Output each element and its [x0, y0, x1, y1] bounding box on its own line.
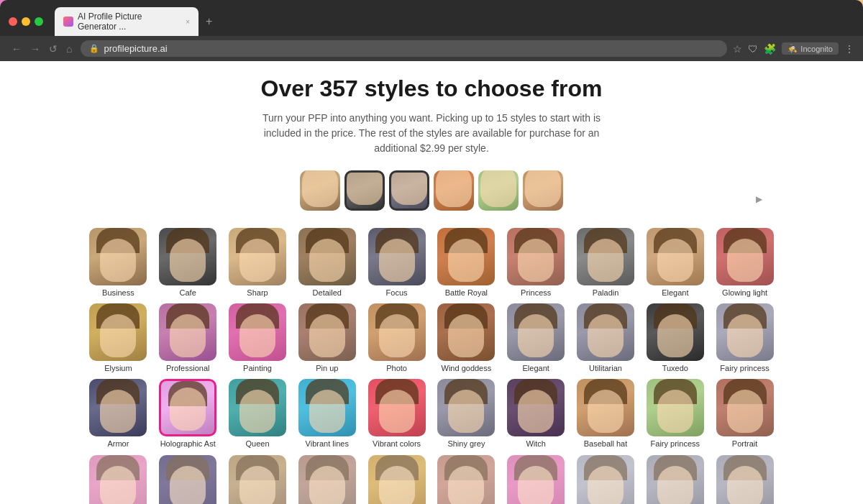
- style-thumbnail: [716, 455, 774, 504]
- style-thumbnail: [298, 228, 356, 285]
- preview-thumb-5[interactable]: [478, 170, 519, 211]
- style-label: Detailed: [313, 288, 342, 298]
- style-item[interactable]: Portrait: [713, 379, 777, 449]
- home-button[interactable]: ⌂: [63, 42, 75, 56]
- style-label: Elegant: [523, 364, 549, 373]
- style-item[interactable]: Vibrant colors: [365, 379, 429, 449]
- style-thumbnail: [159, 228, 216, 285]
- style-item[interactable]: Focus: [365, 228, 429, 298]
- style-thumbnail: [368, 379, 426, 436]
- style-label: Sharp: [247, 288, 268, 298]
- page-content: Over 357 styles to choose from Turn your…: [72, 75, 791, 504]
- browser-content[interactable]: Over 357 styles to choose from Turn your…: [0, 61, 863, 504]
- preview-thumb-2[interactable]: [344, 170, 385, 211]
- style-thumbnail: [647, 455, 704, 504]
- style-thumbnail: [577, 303, 634, 361]
- style-item[interactable]: Paladin: [574, 228, 638, 298]
- style-item[interactable]: Wind goddess: [434, 303, 498, 373]
- style-item[interactable]: Tuxedo: [643, 303, 707, 373]
- url-text: profilepicture.ai: [104, 43, 167, 54]
- style-item[interactable]: Princess: [504, 228, 568, 298]
- menu-icon[interactable]: ⋮: [844, 43, 854, 55]
- style-item[interactable]: Elegant: [643, 228, 707, 298]
- style-thumbnail: [577, 379, 634, 436]
- style-item[interactable]: Pastorit...: [574, 455, 638, 504]
- style-thumbnail: [368, 455, 426, 504]
- preview-thumb-1[interactable]: [300, 170, 340, 211]
- style-item[interactable]: Battle Royal: [434, 228, 498, 298]
- refresh-button[interactable]: ↺: [46, 42, 60, 56]
- style-label: Wind goddess: [442, 364, 492, 373]
- style-item[interactable]: Anim...: [713, 455, 777, 504]
- preview-thumb-4[interactable]: [434, 170, 474, 211]
- preview-strip: [300, 170, 563, 211]
- style-item[interactable]: Vibrant lines: [295, 379, 359, 449]
- close-button[interactable]: [9, 17, 17, 26]
- style-item[interactable]: Holographic Ast: [156, 379, 220, 449]
- style-item[interactable]: Somber...: [643, 455, 707, 504]
- style-item[interactable]: Armor: [86, 379, 150, 449]
- maximize-button[interactable]: [35, 17, 43, 26]
- extensions-icon[interactable]: 🧩: [764, 43, 776, 55]
- new-tab-button[interactable]: +: [201, 14, 216, 29]
- style-thumbnail: [229, 379, 286, 436]
- style-item[interactable]: Painting: [226, 303, 290, 373]
- style-item[interactable]: Detailed: [295, 228, 359, 298]
- style-item[interactable]: Cafe: [156, 228, 220, 298]
- style-item[interactable]: Pink...: [504, 455, 568, 504]
- style-item[interactable]: Pin up: [295, 303, 359, 373]
- tab-close-button[interactable]: ×: [186, 18, 190, 26]
- window-controls: [9, 17, 43, 26]
- style-item[interactable]: Fairy princess: [713, 303, 777, 373]
- style-item[interactable]: Shiny grey: [434, 379, 498, 449]
- style-item[interactable]: Professional: [156, 303, 220, 373]
- style-item[interactable]: Fairy princess: [643, 379, 707, 449]
- incognito-label: Incognito: [800, 45, 833, 53]
- tab-label: AI Profile Picture Generator ...: [78, 12, 178, 32]
- style-item[interactable]: Witch: [504, 379, 568, 449]
- style-thumbnail: [298, 379, 356, 436]
- forward-button[interactable]: →: [27, 42, 43, 56]
- style-label: Vibrant colors: [373, 439, 421, 449]
- styles-grid-row4: Realist...Zone D...Neon cyb...PrincessHa…: [86, 455, 777, 504]
- style-item[interactable]: Photo: [365, 303, 429, 373]
- style-label: Elysium: [104, 364, 132, 373]
- preview-thumb-6[interactable]: [523, 170, 563, 211]
- tab-favicon: [63, 17, 73, 27]
- style-item[interactable]: Business: [86, 228, 150, 298]
- style-thumbnail: [507, 379, 565, 436]
- style-label: Witch: [526, 439, 546, 449]
- style-item[interactable]: Baseball hat: [574, 379, 638, 449]
- style-item[interactable]: Glowing light: [713, 228, 777, 298]
- style-item[interactable]: Hallucin...: [434, 455, 498, 504]
- style-thumbnail: [647, 228, 704, 285]
- style-label: Princess: [521, 288, 551, 298]
- style-label: Photo: [386, 364, 407, 373]
- tab-bar: AI Profile Picture Generator ... × +: [55, 7, 854, 36]
- minimize-button[interactable]: [22, 17, 30, 26]
- style-item[interactable]: Half Kee...: [365, 455, 429, 504]
- style-item[interactable]: Sharp: [226, 228, 290, 298]
- style-item[interactable]: Zone D...: [156, 455, 220, 504]
- style-item[interactable]: Neon cyb...: [226, 455, 290, 504]
- shield-icon[interactable]: 🛡: [748, 43, 758, 55]
- style-thumbnail: [368, 303, 426, 361]
- style-thumbnail: [507, 303, 565, 361]
- style-item[interactable]: Princess: [295, 455, 359, 504]
- style-thumbnail: [437, 379, 495, 436]
- style-item[interactable]: Elysium: [86, 303, 150, 373]
- style-item[interactable]: Elegant: [504, 303, 568, 373]
- preview-thumb-3[interactable]: [389, 170, 429, 211]
- style-label: Glowing light: [722, 288, 767, 298]
- style-item[interactable]: Queen: [226, 379, 290, 449]
- back-button[interactable]: ←: [9, 42, 24, 56]
- style-label: Portrait: [732, 439, 757, 449]
- style-label: Utilitarian: [589, 364, 622, 373]
- url-bar[interactable]: 🔒 profilepicture.ai: [81, 40, 727, 57]
- style-thumbnail: [716, 228, 774, 285]
- bookmark-icon[interactable]: ☆: [733, 43, 742, 55]
- address-bar: ← → ↺ ⌂ 🔒 profilepicture.ai ☆ 🛡 🧩 🕵 Inco…: [0, 36, 863, 61]
- active-tab[interactable]: AI Profile Picture Generator ... ×: [55, 7, 198, 36]
- style-item[interactable]: Realist...: [86, 455, 150, 504]
- style-item[interactable]: Utilitarian: [574, 303, 638, 373]
